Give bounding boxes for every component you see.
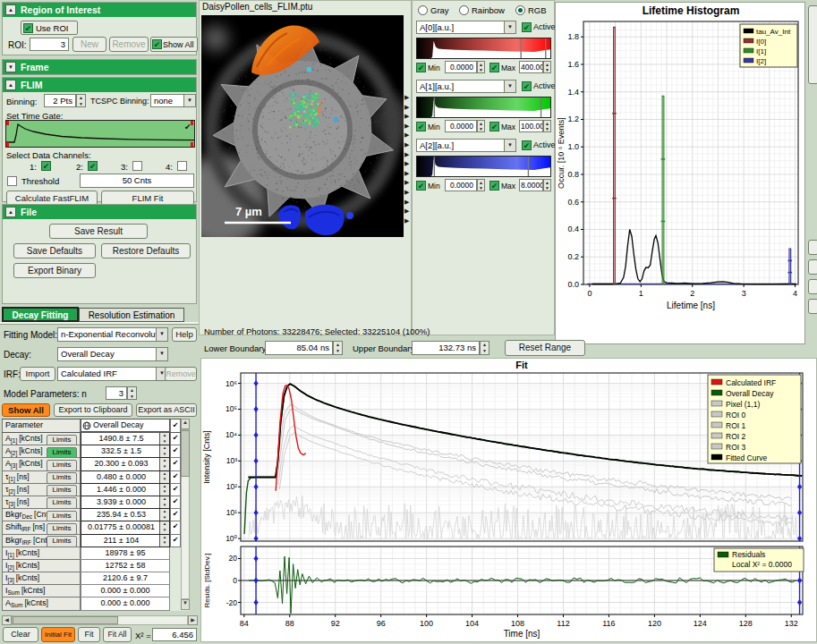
limits-button[interactable]: Limits <box>47 497 77 509</box>
parameter-active-check[interactable]: ✔ <box>170 496 181 509</box>
min-field[interactable]: 0.0000 <box>445 120 477 132</box>
channel-source-dropdown[interactable]: A[1][a.u.]▼ <box>416 80 516 93</box>
max-field[interactable]: 100.000 <box>519 120 543 132</box>
min-spinner[interactable]: ▲▼ <box>477 61 485 73</box>
parameter-value[interactable]: 20.300 ± 0.093▲▼ <box>81 458 170 470</box>
binning-spinner[interactable]: ▲▼ <box>76 94 86 107</box>
max-spinner[interactable]: ▲▼ <box>543 179 551 191</box>
export-binary-button[interactable]: Export Binary <box>13 263 96 278</box>
parameter-value[interactable]: 1.446 ± 0.000▲▼ <box>81 484 170 496</box>
channel-histogram[interactable] <box>416 156 551 177</box>
parameter-value[interactable]: 0.480 ± 0.000▲▼ <box>81 471 170 484</box>
chevron-down-icon[interactable]: ▼ <box>156 328 167 341</box>
rgb-radio[interactable] <box>515 5 525 15</box>
model-parameters-spinner[interactable]: ▲▼ <box>127 386 137 400</box>
use-roi-checkbox[interactable]: ✔ <box>23 23 33 33</box>
lower-boundary-field[interactable]: 85.04 ns <box>265 341 333 355</box>
clipped-side-button[interactable] <box>808 5 817 84</box>
use-roi-toggle[interactable]: ✔ Use ROI <box>21 21 78 35</box>
parameter-active-check[interactable]: ✔ <box>170 535 181 547</box>
initial-fit-button[interactable]: Initial Fit <box>41 627 75 642</box>
lower-boundary-spinner[interactable]: ▲▼ <box>333 341 343 355</box>
time-gate-widget[interactable]: ✔ <box>5 120 195 148</box>
upper-boundary-spinner[interactable]: ▲▼ <box>480 341 489 355</box>
parameter-value[interactable]: 332.5 ± 1.5▲▼ <box>81 445 170 458</box>
parameter-active-check[interactable]: ✔ <box>170 484 181 496</box>
value-spinner[interactable]: ▲▼ <box>159 484 169 496</box>
value-spinner[interactable]: ▲▼ <box>159 535 169 547</box>
value-spinner[interactable]: ▲▼ <box>159 471 169 483</box>
chevron-down-icon[interactable]: ▼ <box>156 348 167 360</box>
gray-radio[interactable] <box>418 5 428 15</box>
show-all-toggle[interactable]: ✔ Show All <box>150 37 198 52</box>
irf-remove-button[interactable]: Remove <box>165 367 197 381</box>
channel-histogram[interactable] <box>416 38 551 59</box>
clipped-side-button[interactable] <box>808 259 817 275</box>
parameter-active-check[interactable]: ✔ <box>170 521 181 534</box>
model-parameters-field[interactable]: 3 <box>106 386 127 400</box>
show-all-checkbox[interactable]: ✔ <box>152 39 162 49</box>
channel-source-dropdown[interactable]: A[2][a.u.]▼ <box>416 139 516 152</box>
export-ascii-button[interactable]: Export as ASCII <box>136 403 197 417</box>
parameter-value[interactable]: 235.94 ± 0.53▲▼ <box>81 509 170 521</box>
value-spinner[interactable]: ▲▼ <box>159 445 169 457</box>
min-field[interactable]: 0.0000 <box>445 179 477 191</box>
limits-button[interactable]: Limits <box>47 460 77 471</box>
parameter-active-check[interactable]: ✔ <box>170 433 181 445</box>
parameter-active-check[interactable]: ✔ <box>170 445 181 458</box>
channel-2-checkbox[interactable]: ✔ <box>88 161 98 171</box>
fit-all-button[interactable]: Fit All <box>103 627 132 642</box>
save-result-button[interactable]: Save Result <box>49 224 148 239</box>
help-button[interactable]: Help <box>172 327 197 342</box>
min-checkbox[interactable]: ✔ <box>416 63 426 72</box>
tcspc-binning-dropdown[interactable]: none▼ <box>150 94 196 107</box>
parameter-value[interactable]: 211 ± 104▲▼ <box>81 535 170 547</box>
show-all-params-button[interactable]: Show All <box>2 403 50 417</box>
collapse-icon[interactable]: ▲ <box>5 4 16 15</box>
threshold-field[interactable]: 50 Cnts <box>80 174 194 188</box>
max-checkbox[interactable]: ✔ <box>489 122 499 131</box>
irf-dropdown[interactable]: Calculated IRF▼ <box>57 367 168 381</box>
save-defaults-button[interactable]: Save Defaults <box>13 243 96 258</box>
channel-source-dropdown[interactable]: A[0][a.u.]▼ <box>416 21 516 34</box>
channel-active-checkbox[interactable]: ✔ <box>522 22 532 32</box>
restore-defaults-button[interactable]: Restore Defaults <box>101 243 191 258</box>
chevron-down-icon[interactable]: ▼ <box>504 80 515 92</box>
table-scroll-down[interactable]: ▼ <box>181 599 190 610</box>
channel-4-checkbox[interactable] <box>177 161 187 171</box>
tab-resolution-estimation[interactable]: Resolution Estimation <box>79 308 184 322</box>
table-hscrollbar-thumb[interactable] <box>13 616 118 624</box>
max-field[interactable]: 400.000 <box>519 61 543 73</box>
parameter-active-check[interactable]: ✔ <box>170 471 181 484</box>
channel-histogram[interactable] <box>416 97 551 118</box>
fitting-model-dropdown[interactable]: n-Exponential Reconvolution▼ <box>57 327 168 342</box>
limits-button[interactable]: Limits <box>47 536 77 547</box>
min-checkbox[interactable]: ✔ <box>416 122 426 131</box>
max-spinner[interactable]: ▲▼ <box>543 120 551 132</box>
channel-1-checkbox[interactable]: ✔ <box>41 161 51 171</box>
upper-boundary-field[interactable]: 132.73 ns <box>412 341 480 355</box>
chevron-down-icon[interactable]: ▼ <box>183 95 195 106</box>
table-scrollbar-thumb[interactable] <box>181 430 190 477</box>
value-spinner[interactable]: ▲▼ <box>159 496 169 508</box>
value-spinner[interactable]: ▲▼ <box>159 433 169 445</box>
max-checkbox[interactable]: ✔ <box>489 181 499 191</box>
parameter-active-check[interactable]: ✔ <box>170 458 181 470</box>
irf-import-button[interactable]: Import <box>20 367 55 381</box>
chevron-down-icon[interactable]: ▼ <box>504 140 515 151</box>
parameter-active-check[interactable]: ✔ <box>170 509 181 521</box>
value-spinner[interactable]: ▲▼ <box>159 458 169 470</box>
roi-new-button[interactable]: New <box>72 37 106 52</box>
min-field[interactable]: 0.0000 <box>445 61 477 73</box>
limits-button[interactable]: Limits <box>47 447 77 459</box>
limits-button[interactable]: Limits <box>47 435 77 446</box>
channel-active-checkbox[interactable]: ✔ <box>522 140 532 150</box>
limits-button[interactable]: Limits <box>47 485 77 496</box>
clipped-side-button[interactable] <box>808 299 817 314</box>
channel-active-checkbox[interactable]: ✔ <box>522 81 532 91</box>
min-spinner[interactable]: ▲▼ <box>477 120 485 132</box>
collapse-icon[interactable]: ▲ <box>5 80 16 90</box>
limits-button[interactable]: Limits <box>47 511 77 522</box>
expand-icon[interactable]: ▼ <box>5 62 16 72</box>
parameter-value[interactable]: 0.01775 ± 0.00081▲▼ <box>81 521 170 534</box>
